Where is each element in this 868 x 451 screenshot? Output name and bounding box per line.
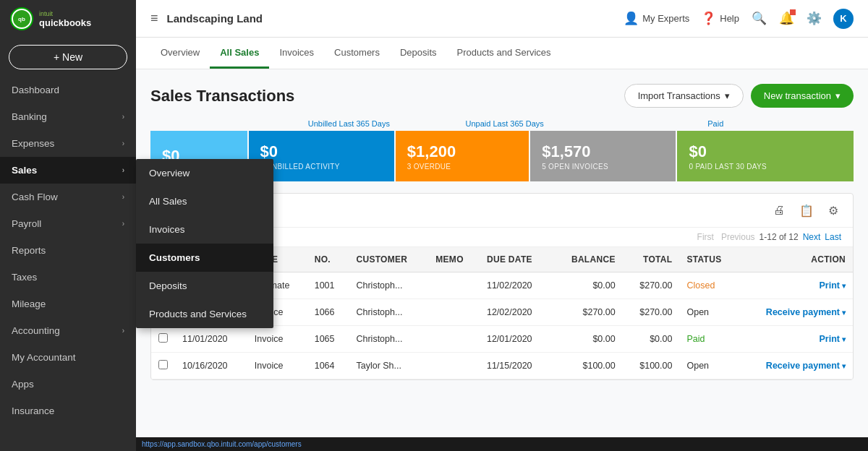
tab-overview[interactable]: Overview (150, 38, 210, 69)
row-no: 1001 (307, 272, 349, 299)
row-balance: $0.00 (552, 326, 623, 353)
sidebar-item-expenses[interactable]: Expenses › (0, 130, 136, 157)
user-avatar[interactable]: K (833, 9, 854, 29)
chevron-right-icon: › (122, 327, 124, 335)
row-status: Paid (679, 326, 739, 353)
row-memo (428, 272, 480, 299)
table-row: 10/16/2020 Invoice 1064 Taylor Sh... 11/… (151, 353, 853, 379)
help-button[interactable]: ❓ Help (701, 11, 739, 26)
chevron-down-icon: ▾ (835, 90, 841, 101)
tab-customers[interactable]: Customers (324, 38, 390, 69)
col-balance: BALANCE (552, 247, 623, 272)
dropdown-item-overview[interactable]: Overview (136, 159, 273, 187)
settings-icon[interactable]: ⚙️ (806, 11, 822, 27)
topbar: ≡ Landscaping Land 👤 My Experts ❓ Help 🔍… (136, 0, 868, 38)
sidebar-item-insurance[interactable]: Insurance (0, 398, 136, 424)
help-icon: ❓ (701, 11, 716, 26)
row-date: 11/01/2020 (175, 326, 247, 353)
sales-dropdown-menu: Overview All Sales Invoices Customers De… (136, 159, 273, 328)
col-action: ACTION (739, 247, 853, 272)
row-due-date: 12/02/2020 (480, 299, 552, 326)
row-checkbox[interactable] (158, 360, 168, 369)
my-experts-icon: 👤 (624, 11, 639, 26)
logo-area: qb intuit quickbooks (0, 0, 136, 38)
new-button[interactable]: + New (9, 45, 127, 69)
menu-icon[interactable]: ≡ (150, 11, 158, 26)
row-no: 1066 (307, 299, 349, 326)
row-due-date: 11/15/2020 (480, 353, 552, 379)
page-title: Sales Transactions (150, 87, 294, 106)
paid-label: Paid (707, 119, 854, 128)
action-receive-payment-button[interactable]: Receive payment ▾ (766, 361, 846, 371)
row-balance: $270.00 (552, 299, 623, 326)
summary-card-2[interactable]: $1,200 3 OVERDUE (396, 131, 529, 181)
company-name: Landscaping Land (167, 12, 263, 25)
dropdown-item-all-sales[interactable]: All Sales (136, 187, 273, 215)
search-icon[interactable]: 🔍 (751, 11, 767, 27)
pagination-last[interactable]: Last (825, 232, 841, 242)
action-print-button[interactable]: Print ▾ (820, 280, 846, 291)
row-type: Invoice (247, 353, 307, 379)
sidebar-item-dashboard[interactable]: Dashboard (0, 77, 136, 103)
tab-all-sales[interactable]: All Sales (210, 38, 269, 69)
my-experts-button[interactable]: 👤 My Experts (624, 11, 689, 26)
sidebar: qb intuit quickbooks + New Dashboard Ban… (0, 0, 136, 451)
settings-table-icon[interactable]: ⚙ (825, 202, 841, 219)
sidebar-item-accounting[interactable]: Accounting › (0, 317, 136, 344)
row-customer: Taylor Sh... (349, 353, 428, 379)
row-status: Open (679, 353, 739, 379)
col-memo: MEMO (428, 247, 480, 272)
sidebar-item-cashflow[interactable]: Cash Flow › (0, 184, 136, 210)
summary-card-3[interactable]: $1,570 5 OPEN INVOICES (530, 131, 676, 181)
row-total: $270.00 (623, 299, 680, 326)
pagination-first[interactable]: First (697, 232, 714, 242)
dropdown-item-products-services[interactable]: Products and Services (136, 300, 273, 328)
new-transaction-button[interactable]: New transaction ▾ (751, 84, 854, 108)
summary-card-4[interactable]: $0 0 PAID LAST 30 DAYS (677, 131, 854, 181)
qb-logo-icon: qb (10, 7, 33, 30)
chevron-down-icon: ▾ (725, 90, 730, 101)
tab-invoices[interactable]: Invoices (269, 38, 324, 69)
dropdown-item-invoices[interactable]: Invoices (136, 215, 273, 244)
row-total: $100.00 (623, 353, 680, 379)
row-date: 10/16/2020 (175, 353, 247, 379)
dropdown-item-customers[interactable]: Customers (136, 244, 273, 272)
row-checkbox[interactable] (158, 333, 168, 343)
sidebar-item-taxes[interactable]: Taxes (0, 264, 136, 291)
notification-icon[interactable]: 🔔 (778, 11, 794, 27)
action-receive-payment-button[interactable]: Receive payment ▾ (766, 307, 846, 317)
row-total: $0.00 (623, 326, 680, 353)
sidebar-item-mileage[interactable]: Mileage (0, 291, 136, 317)
pagination-previous[interactable]: Previous (721, 232, 755, 242)
row-action: Receive payment ▾ (739, 299, 853, 326)
sidebar-item-payroll[interactable]: Payroll › (0, 210, 136, 237)
row-status: Open (679, 299, 739, 326)
sidebar-item-sales[interactable]: Sales › (0, 157, 136, 184)
row-total: $270.00 (623, 272, 680, 299)
row-action: Print ▾ (739, 272, 853, 299)
table-row: 11/01/2020 Invoice 1065 Christoph... 12/… (151, 326, 853, 353)
chevron-right-icon: › (122, 220, 124, 228)
row-type: Invoice (247, 326, 307, 353)
tab-deposits[interactable]: Deposits (390, 38, 447, 69)
col-status: STATUS (679, 247, 739, 272)
tab-products-services[interactable]: Products and Services (447, 38, 561, 69)
print-icon[interactable]: 🖨 (770, 202, 788, 218)
sidebar-item-myaccountant[interactable]: My Accountant (0, 344, 136, 371)
row-due-date: 11/02/2020 (480, 272, 552, 299)
unpaid-label: Unpaid Last 365 Days (466, 119, 612, 128)
row-no: 1065 (307, 326, 349, 353)
row-customer: Christoph... (349, 299, 428, 326)
dropdown-item-deposits[interactable]: Deposits (136, 272, 273, 300)
status-bar: https://app.sandbox.qbo.intuit.com/app/c… (136, 437, 868, 451)
action-print-button[interactable]: Print ▾ (820, 334, 846, 344)
row-status: Closed (679, 272, 739, 299)
export-icon[interactable]: 📋 (796, 202, 817, 219)
row-customer: Christoph... (349, 326, 428, 353)
sidebar-item-apps[interactable]: Apps (0, 371, 136, 398)
import-transactions-button[interactable]: Import Transactions ▾ (624, 84, 744, 108)
col-no: NO. (307, 247, 349, 272)
sidebar-item-banking[interactable]: Banking › (0, 103, 136, 130)
sidebar-item-reports[interactable]: Reports (0, 237, 136, 264)
pagination-next[interactable]: Next (803, 232, 821, 242)
